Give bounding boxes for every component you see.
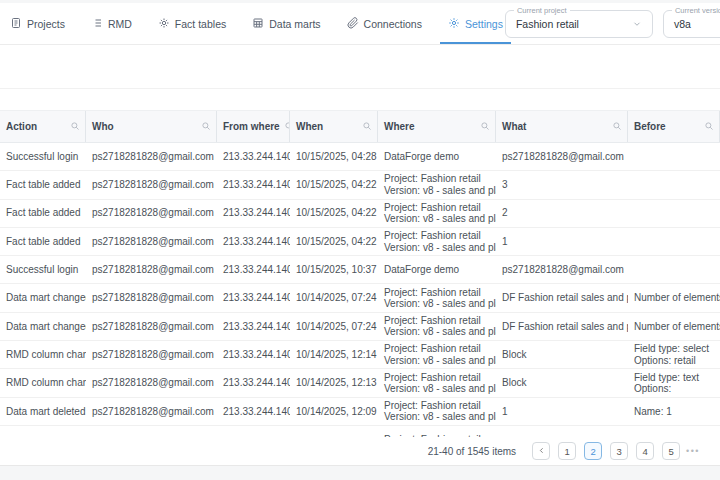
pagination-bar: 21-40 of 1545 items 12345 ••• xyxy=(0,437,720,466)
column-header-when[interactable]: When xyxy=(290,111,378,142)
nav-item-rmd[interactable]: RMD xyxy=(89,3,134,44)
table-header: Action Who From where When Where What Be… xyxy=(0,110,720,143)
cell-where: Project: Fashion retailVersion: v8 - sal… xyxy=(378,398,496,425)
main-nav: Projects RMD Fact tables Data marts Conn… xyxy=(0,3,720,45)
cell-action: Successful login xyxy=(0,256,86,283)
page-button-3[interactable]: 3 xyxy=(610,442,628,460)
cell-what: ps2718281828@gmail.com xyxy=(496,143,628,170)
column-title: When xyxy=(296,121,323,132)
current-project-select[interactable]: Current project Fashion retail xyxy=(505,10,653,38)
column-title: Who xyxy=(92,121,114,132)
cell-before xyxy=(628,426,720,437)
cell-when: 10/14/2025, 07:24 PM xyxy=(290,284,378,311)
column-header-from-where[interactable]: From where xyxy=(217,111,290,142)
cell-where: Project: Fashion retailVersion: v8 - sal… xyxy=(378,171,496,198)
cell-action: Fact table added xyxy=(0,171,86,198)
cell-before xyxy=(628,256,720,283)
column-header-action[interactable]: Action xyxy=(0,111,86,142)
cell-who: ps2718281828@gmail.com xyxy=(86,341,217,368)
nav-item-label: RMD xyxy=(108,18,132,30)
table-row[interactable]: Successful loginps2718281828@gmail.com21… xyxy=(0,143,720,171)
cell-who: ps2718281828@gmail.com xyxy=(86,228,217,255)
cell-before xyxy=(628,143,720,170)
pagination-summary: 21-40 of 1545 items xyxy=(428,446,516,457)
spacer xyxy=(0,89,720,110)
nav-item-label: Connections xyxy=(364,18,422,30)
column-header-what[interactable]: What xyxy=(496,111,628,142)
cell-who: ps2718281828@gmail.com xyxy=(86,256,217,283)
table-row[interactable]: Fact table addedps2718281828@gmail.com21… xyxy=(0,228,720,256)
page-button-4[interactable]: 4 xyxy=(636,442,654,460)
search-icon[interactable] xyxy=(358,121,372,133)
cell-when xyxy=(290,426,378,437)
context-selects: Current project Fashion retail Current v… xyxy=(505,10,720,38)
cell-what: ps2718281828@gmail.com xyxy=(496,256,628,283)
column-title: What xyxy=(502,121,526,132)
cell-before: Number of elements: 29 xyxy=(628,313,720,340)
cell-from: 213.33.244.140 xyxy=(217,171,290,198)
cell-from xyxy=(217,426,290,437)
bottom-strip xyxy=(0,466,720,480)
cell-where: Project: Fashion retailVersion: v8 - sal… xyxy=(378,200,496,227)
cell-who: ps2718281828@gmail.com xyxy=(86,200,217,227)
pagination-ellipsis[interactable]: ••• xyxy=(686,446,700,456)
table-row[interactable]: Fact table addedps2718281828@gmail.com21… xyxy=(0,171,720,199)
nav-item-connections[interactable]: Connections xyxy=(345,3,424,44)
cell-when: 10/15/2025, 10:37 AM xyxy=(290,256,378,283)
cell-when: 10/14/2025, 07:24 PM xyxy=(290,313,378,340)
table-row[interactable]: Data mart deletedps2718281828@gmail.com2… xyxy=(0,398,720,426)
column-title: Before xyxy=(634,121,666,132)
table-row[interactable]: RMD column changedps2718281828@gmail.com… xyxy=(0,369,720,397)
page-button-2[interactable]: 2 xyxy=(584,442,602,460)
cell-from: 213.33.244.140 xyxy=(217,313,290,340)
page-button-1[interactable]: 1 xyxy=(558,442,576,460)
table-row[interactable]: Fact table addedps2718281828@gmail.com21… xyxy=(0,200,720,228)
table-row[interactable]: Project: Fashion retail xyxy=(0,426,720,437)
table-row[interactable]: RMD column changedps2718281828@gmail.com… xyxy=(0,341,720,369)
cell-before xyxy=(628,171,720,198)
cell-before: Number of elements: 30 xyxy=(628,284,720,311)
table-row[interactable]: Data mart changedps2718281828@gmail.com2… xyxy=(0,284,720,312)
chevron-down-icon xyxy=(632,15,642,33)
cell-what: DF Fashion retail sales and plans xyxy=(496,284,628,311)
page-button-5[interactable]: 5 xyxy=(662,442,680,460)
cell-what: 2 xyxy=(496,200,628,227)
app-window: Projects RMD Fact tables Data marts Conn… xyxy=(0,0,720,480)
column-header-where[interactable]: Where xyxy=(378,111,496,142)
nav-item-settings[interactable]: Settings xyxy=(446,3,505,44)
nav-item-label: Fact tables xyxy=(175,18,226,30)
nav-item-data-marts[interactable]: Data marts xyxy=(250,3,322,44)
search-icon[interactable] xyxy=(700,121,714,133)
table-row[interactable]: Data mart changedps2718281828@gmail.com2… xyxy=(0,313,720,341)
cell-action: Successful login xyxy=(0,143,86,170)
cell-before: Name: 1 xyxy=(628,398,720,425)
search-icon[interactable] xyxy=(608,121,622,133)
cell-what: Block xyxy=(496,369,628,396)
column-header-who[interactable]: Who xyxy=(86,111,217,142)
nav-item-fact-tables[interactable]: Fact tables xyxy=(156,3,228,44)
cell-from: 213.33.244.140 xyxy=(217,284,290,311)
cell-where: Project: Fashion retailVersion: v8 - sal… xyxy=(378,228,496,255)
search-icon[interactable] xyxy=(476,121,490,133)
cell-what: Block xyxy=(496,341,628,368)
cell-action: RMD column changed xyxy=(0,341,86,368)
cell-who: ps2718281828@gmail.com xyxy=(86,313,217,340)
current-project-value: Fashion retail xyxy=(516,18,579,30)
search-icon[interactable] xyxy=(197,121,211,133)
cell-what: 3 xyxy=(496,171,628,198)
column-header-before[interactable]: Before xyxy=(628,111,720,142)
data-marts-icon xyxy=(252,17,264,31)
prev-page-button[interactable] xyxy=(532,442,550,460)
search-icon[interactable] xyxy=(66,121,80,133)
column-title: Where xyxy=(384,121,415,132)
current-project-label: Current project xyxy=(514,6,570,15)
cell-when: 10/14/2025, 12:09 PM xyxy=(290,398,378,425)
cell-what: DF Fashion retail sales and plans xyxy=(496,313,628,340)
cell-from: 213.33.244.140 xyxy=(217,143,290,170)
search-icon[interactable] xyxy=(280,121,290,133)
current-version-select[interactable]: Current version v8a xyxy=(663,10,720,38)
cell-who: ps2718281828@gmail.com xyxy=(86,284,217,311)
cell-what xyxy=(496,426,628,437)
nav-item-projects[interactable]: Projects xyxy=(8,3,67,44)
table-row[interactable]: Successful loginps2718281828@gmail.com21… xyxy=(0,256,720,284)
